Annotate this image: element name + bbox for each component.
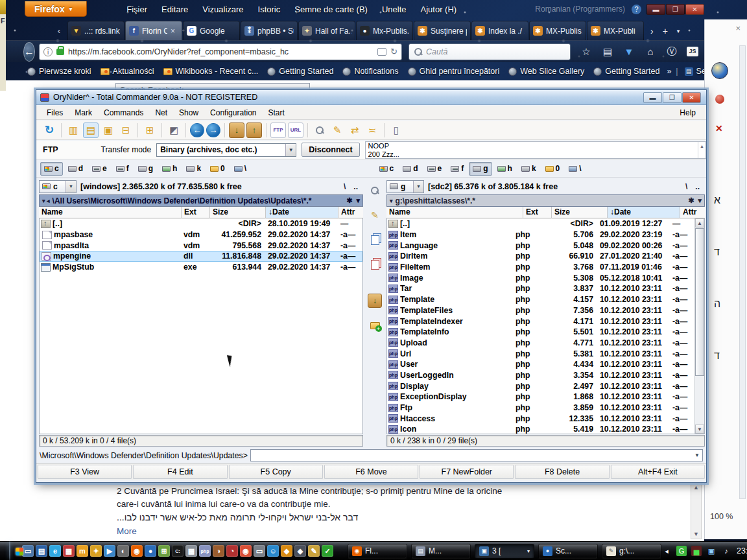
firefox-menu-ajutor-h[interactable]: Ajutor (H) (415, 3, 463, 16)
drive-button-d[interactable]: d (399, 162, 421, 176)
fkey-f3-view[interactable]: F3 View (38, 465, 132, 479)
brief-view-icon[interactable]: ▥ (65, 122, 81, 138)
file-row-templateindexer[interactable]: phpTemplateIndexerphp4.17110.12.2010 23:… (387, 316, 694, 327)
more-link[interactable]: More (117, 525, 661, 538)
on-screen-keyboard-icon[interactable]: ▦ (185, 545, 197, 557)
mirc-icon[interactable]: m (77, 545, 88, 557)
media-player-icon[interactable]: ▶ (104, 545, 115, 557)
fkey-f5-copy[interactable]: F5 Copy (229, 465, 323, 479)
bookmark-notifications[interactable]: Notifications (338, 65, 402, 77)
pocket-icon[interactable]: Ⓥ (665, 45, 678, 58)
firefox-menu-semne-de-carte-b[interactable]: Semne de carte (B) (289, 3, 374, 16)
chevron-down-icon[interactable]: ▼ (65, 181, 76, 192)
file-row-templateinfo[interactable]: phpTemplateInfophp5.50110.12.2010 23:11-… (387, 327, 694, 338)
firefox-tab-mx-publi[interactable]: ✱MX-Publi (587, 21, 644, 40)
new-folder-icon[interactable] (368, 318, 382, 332)
file-row-userloggedin[interactable]: phpUserLoggedInphp3.35410.12.2010 23:11-… (387, 370, 694, 381)
file-row-mpsigstub[interactable]: MpSigStubexe613.94429.02.2020 14:37-a— (40, 262, 362, 273)
drive-button-c[interactable]: c (40, 162, 63, 176)
drive-button-e[interactable]: e (423, 162, 446, 176)
log-scrollbar[interactable]: ▲▼ (698, 142, 706, 158)
tc-minimize-button[interactable]: ▬ (643, 92, 662, 103)
bookmark-pierwsze-kroki[interactable]: Pierwsze kroki (23, 65, 95, 77)
tc-titlebar[interactable]: OryNider^ - Total Commander 9.0a - NOT R… (36, 90, 706, 105)
scrollbar-thumb[interactable] (695, 228, 704, 376)
fkey-alt-f4-exit[interactable]: Alt+F4 Exit (611, 465, 705, 479)
firefox-menu-istoric[interactable]: Istoric (252, 3, 287, 16)
drive-button-g[interactable]: g (134, 162, 157, 176)
close-tab-icon[interactable]: × (171, 27, 178, 36)
task-button-g[interactable]: ✎g:\... (602, 544, 661, 559)
column-name[interactable]: Name (39, 207, 182, 218)
ftp-new-url-icon[interactable]: URL (288, 122, 303, 138)
command-prompt-icon[interactable]: C: (172, 545, 184, 557)
chevron-down-icon[interactable]: ▼ (285, 144, 296, 156)
file-row-language[interactable]: phpLanguagephp5.04809.02.2020 00:26-a— (387, 240, 694, 251)
tc-menu-net[interactable]: Net (150, 107, 172, 119)
tc-menu-help[interactable]: Help (674, 107, 701, 119)
drive-button-k[interactable]: k (182, 162, 205, 176)
history-icon[interactable]: ▾ (390, 198, 393, 204)
drive-button-c[interactable]: c (375, 162, 398, 176)
downloads-icon[interactable]: ▼ (622, 46, 635, 57)
compare-contents-icon[interactable]: ≍ (364, 122, 380, 138)
file-row-user[interactable]: phpUserphp4.43410.12.2010 23:11-a— (387, 359, 694, 370)
firefox-menu-vizualizare[interactable]: Vizualizare (196, 3, 249, 16)
disconnect-button[interactable]: Disconnect (302, 143, 359, 157)
bookmark-aktualno-ci[interactable]: Aktualności (97, 65, 158, 77)
file-row-mpasbase[interactable]: mpasbasevdm41.259.95229.02.2020 14:37-a— (40, 229, 362, 240)
firefox-tab-rds-link[interactable]: ▼..:: rds.link ::... (67, 21, 124, 40)
file-row-htaccess[interactable]: phpHtaccessphp12.33510.12.2010 23:11-a— (387, 413, 694, 424)
file-row-exceptiondisplay[interactable]: phpExceptionDisplayphp1.86810.12.2010 23… (387, 391, 694, 402)
writer-icon[interactable]: ✎ (308, 545, 320, 557)
help-icon[interactable]: ? (632, 5, 641, 14)
chevron-down-icon[interactable]: ▼ (413, 181, 423, 192)
close-icon[interactable]: × (735, 23, 741, 33)
drive-button-h[interactable]: h (493, 162, 516, 176)
file-row-mpasdlta[interactable]: mpasdltavdm795.56829.02.2020 14:37-a— (40, 240, 362, 251)
bookmark-web-slice-gallery[interactable]: Web Slice Gallery (504, 65, 588, 77)
task-button-sc[interactable]: ●Sc... (538, 544, 598, 559)
file-row-mpengine[interactable]: mpenginedll11.816.84829.02.2020 14:37-a— (40, 251, 362, 262)
file-row-icon[interactable]: phpIconphp5.41910.12.2010 23:11-a— (387, 424, 694, 434)
sync-dirs-icon[interactable]: ⇄ (347, 122, 362, 138)
firefox-tab-sus-inere-p[interactable]: ✱Susţinere p... (414, 21, 471, 40)
column-date-sorted[interactable]: ↓Date (266, 207, 338, 218)
back-button[interactable]: ← (23, 42, 35, 62)
multi-rename-icon[interactable]: ✎ (329, 122, 345, 138)
firefox-tab-mx-publis[interactable]: ✱MX-Publis... (529, 21, 586, 40)
scroll-up-icon[interactable]: ▲ (695, 218, 704, 228)
file-row-fileitem[interactable]: phpFileItemphp3.76807.11.2019 01:46-a— (387, 262, 694, 273)
right-scrollbar[interactable]: ▲ ▼ (694, 218, 704, 434)
column-size[interactable]: Size (552, 207, 608, 218)
firefox-icon[interactable]: ◉ (131, 545, 143, 557)
firefox-app-button[interactable]: Firefox ▾ (25, 1, 87, 17)
tc-menu-files[interactable]: Files (42, 107, 68, 119)
home-icon[interactable]: ⌂ (644, 46, 657, 57)
raccoon-app-icon[interactable]: ◐ (117, 545, 129, 557)
firefox-menu-fi-ier[interactable]: Fişier (121, 3, 153, 16)
tab-scroll-left-icon[interactable]: ‹ (51, 22, 67, 40)
left-path-bar[interactable]: ▾ ◂ \All Users\Microsoft\Windows Defende… (39, 194, 363, 207)
drive-button-k[interactable]: k (517, 162, 540, 176)
notepad-icon[interactable]: ▯ (388, 122, 404, 138)
file-row-display[interactable]: phpDisplayphp2.49710.12.2010 23:11-a— (387, 380, 694, 391)
forward-icon[interactable]: → (206, 123, 220, 137)
left-file-list[interactable]: [..]<DIR>28.10.2019 19:49—mpasbasevdm41.… (39, 218, 363, 434)
page-info-icon[interactable]: i (43, 47, 53, 56)
page-scrollbar[interactable]: ▲ ▼ (691, 482, 702, 539)
firefox-tab-florin-ci[interactable]: fFlorin Ci...× (125, 21, 182, 40)
firefox-tab-mx-publis[interactable]: ●Mx-Publis... (356, 21, 413, 40)
notification-chevron-icon[interactable]: ◂ (661, 546, 672, 556)
column-name[interactable]: Name (386, 207, 523, 218)
firefox-menu-unelte[interactable]: Unelte (376, 3, 412, 16)
volume-icon[interactable]: ♪ (721, 546, 731, 556)
copy-files-icon[interactable] (368, 233, 382, 247)
minimize-button[interactable]: ▬ (646, 4, 665, 15)
file-row-url[interactable]: phpUrlphp5.38110.12.2010 23:11-a— (387, 348, 694, 359)
task-button-fl[interactable]: ◉Fl... (348, 544, 407, 559)
column-ext[interactable]: Ext (182, 207, 210, 218)
fkey-f8-delete[interactable]: F8 Delete (515, 465, 609, 479)
fkey-f6-move[interactable]: F6 Move (324, 465, 418, 479)
file-row-image[interactable]: phpImagephp5.30805.12.2018 10:41-a— (387, 272, 694, 283)
